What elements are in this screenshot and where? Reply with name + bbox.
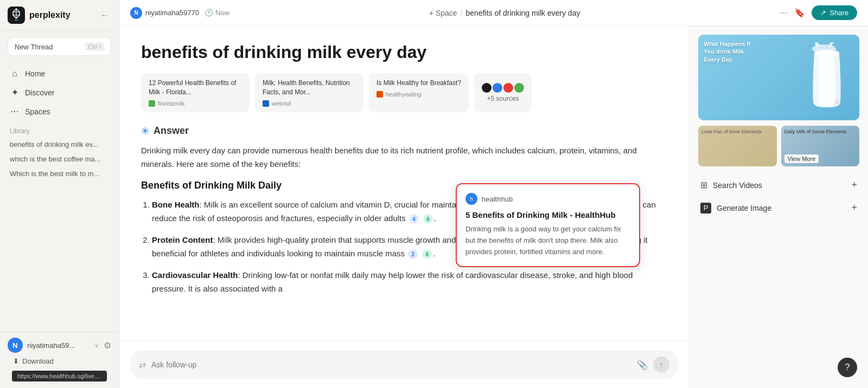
source-cards: 12 Powerful Health Benefits of Milk - Fl… (141, 73, 667, 112)
download-icon: ⬇ (13, 357, 19, 365)
generate-image-row[interactable]: P Generate Image + (698, 197, 859, 219)
sidebar-item-label-home: Home (25, 69, 45, 78)
library-label: Library (0, 123, 119, 137)
more-dot-0 (482, 83, 492, 93)
source-card-domain-1: webmd (263, 100, 356, 107)
generate-image-plus-icon[interactable]: + (851, 202, 857, 214)
help-button[interactable]: ? (838, 358, 857, 377)
sidebar-collapse-button[interactable]: ← (98, 8, 111, 22)
ref-badge-6[interactable]: 6 (423, 214, 433, 224)
sidebar-nav: ⌂ Home ✦ Discover ⋯ Spaces (0, 62, 119, 123)
right-thumb-0[interactable]: Lone Pair of bone Elements (698, 126, 777, 166)
topbar-space-label[interactable]: + Space (429, 9, 457, 17)
milk-glass-svg (800, 42, 848, 113)
right-sidebar: What Happens If You drink Milk Every Day (689, 26, 868, 388)
share-button[interactable]: ↗ Share (812, 5, 857, 20)
sidebar: perplexity ← New Thread Ctrl I ⌂ Home ✦ … (0, 0, 119, 388)
user-chevron-icon: ∨ (94, 341, 99, 349)
source-card-title-1: Milk: Health Benefits, Nutrition Facts, … (263, 79, 356, 97)
download-button[interactable]: ⬇ Download (8, 353, 111, 370)
sources-more-card[interactable]: +5 sources (474, 73, 532, 112)
main-area: N niyatimaha59770 🕐 Now + Space / benefi… (119, 0, 868, 388)
share-icon: ↗ (820, 9, 826, 17)
search-videos-label: Search Videos (713, 181, 762, 190)
clock-icon: 🕐 (205, 9, 213, 17)
more-options-icon[interactable]: ··· (780, 7, 788, 18)
source-favicon-0 (149, 100, 155, 107)
ref-badge-2[interactable]: 2 (408, 249, 418, 259)
sidebar-item-spaces[interactable]: ⋯ Spaces (4, 102, 114, 121)
tooltip-source-name: healthhub (482, 195, 513, 203)
tooltip-body: Drinking milk is a good way to get your … (465, 224, 630, 257)
help-icon: ? (845, 363, 850, 372)
new-thread-label: New Thread (15, 43, 53, 51)
library-item-2[interactable]: Which is the best milk to m... (4, 166, 114, 181)
settings-icon[interactable]: ⚙ (104, 340, 111, 351)
answer-header: ✳ Answer (141, 125, 667, 137)
send-button[interactable]: ↑ (653, 357, 669, 373)
bookmark-icon[interactable]: 🔖 (794, 8, 805, 18)
perplexity-logo-icon (8, 7, 25, 24)
preview-text: What Happens If You drink Milk Every Day (704, 40, 750, 63)
new-thread-button[interactable]: New Thread Ctrl I (8, 37, 111, 56)
more-dot-2 (503, 83, 513, 93)
shuffle-icon[interactable]: ⇄ (139, 360, 146, 370)
answer-title: Answer (154, 125, 189, 137)
view-more-button[interactable]: View More (784, 154, 819, 163)
tooltip-popup: h healthhub 5 Benefits of Drinking Milk … (456, 183, 640, 267)
source-domain-label-2: healthyeating (386, 91, 421, 98)
right-thumb-1[interactable]: Daily Milk of Some Elements View More (781, 126, 860, 166)
sources-more-label: +5 sources (487, 95, 519, 102)
source-domain-label-1: webmd (272, 100, 291, 107)
source-favicon-1 (263, 100, 269, 107)
attach-icon[interactable]: 📎 (637, 360, 648, 370)
topbar-right: ··· 🔖 ↗ Share (780, 5, 857, 20)
source-card-title-2: Is Milk Healthy for Breakfast? (376, 79, 461, 88)
followup-input[interactable] (151, 360, 631, 369)
user-area[interactable]: N niyatimaha59... ∨ ⚙ (8, 338, 111, 353)
sidebar-item-discover[interactable]: ✦ Discover (4, 83, 114, 102)
source-card-domain-0: floridamilk (149, 100, 242, 107)
ref-badge-6b[interactable]: 6 (422, 249, 432, 259)
preview-line1: What Happens If (704, 40, 750, 48)
source-card-2[interactable]: Is Milk Healthy for Breakfast? healthyea… (369, 73, 469, 112)
library-item-0[interactable]: benefits of drinking milk ev... (4, 137, 114, 152)
tooltip-source-icon: h (465, 193, 477, 205)
topbar-user-avatar: N (130, 7, 142, 19)
search-videos-left: ⊞ Search Videos (700, 180, 762, 190)
right-thumb-row: Lone Pair of bone Elements Daily Milk of… (698, 126, 859, 166)
spaces-icon: ⋯ (10, 106, 20, 117)
source-domain-label-0: floridamilk (158, 100, 185, 107)
sidebar-item-label-spaces: Spaces (25, 107, 50, 116)
topbar: N niyatimaha59770 🕐 Now + Space / benefi… (119, 0, 868, 26)
sidebar-item-home[interactable]: ⌂ Home (4, 64, 114, 83)
user-avatar: N (8, 338, 23, 353)
followup-bar: ⇄ 📎 ↑ (119, 341, 689, 388)
source-card-0[interactable]: 12 Powerful Health Benefits of Milk - Fl… (141, 73, 250, 112)
sources-more-icons (482, 83, 524, 93)
sidebar-bottom: N niyatimaha59... ∨ ⚙ ⬇ Download https:/… (0, 332, 119, 388)
main-content: benefits of drinking milk every day 12 P… (119, 26, 689, 388)
breadcrumb-separator: / (461, 9, 463, 17)
generate-image-label: Generate Image (717, 204, 771, 212)
benefit-title-1: Protein Content (152, 235, 213, 244)
generate-image-left: P Generate Image (700, 203, 771, 214)
main-preview-inner: What Happens If You drink Milk Every Day (698, 35, 859, 120)
source-favicon-2 (376, 91, 383, 98)
main-preview-image: What Happens If You drink Milk Every Day (698, 35, 859, 120)
ref-badge-4[interactable]: 4 (409, 214, 419, 224)
source-card-title-0: 12 Powerful Health Benefits of Milk - Fl… (149, 79, 242, 97)
library-item-1[interactable]: which is the best coffee ma... (4, 152, 114, 166)
new-thread-shortcut: Ctrl I (85, 42, 104, 51)
app-name: perplexity (29, 10, 71, 20)
home-icon: ⌂ (10, 69, 20, 79)
user-name: niyatimaha59... (27, 341, 90, 350)
search-videos-plus-icon[interactable]: + (851, 179, 857, 191)
time-label: Now (215, 9, 229, 17)
page-title: benefits of drinking milk every day (141, 42, 667, 62)
more-dot-1 (493, 83, 502, 93)
search-videos-row[interactable]: ⊞ Search Videos + (698, 174, 859, 197)
source-card-1[interactable]: Milk: Health Benefits, Nutrition Facts, … (255, 73, 363, 112)
tooltip-title: 5 Benefits of Drinking Milk - HealthHub (465, 210, 630, 219)
discover-icon: ✦ (10, 87, 20, 98)
